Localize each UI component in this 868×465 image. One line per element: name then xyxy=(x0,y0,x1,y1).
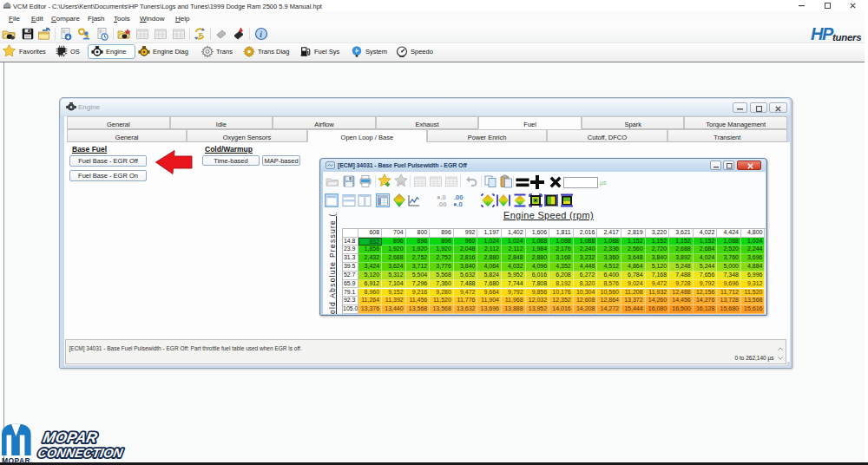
svg-text:.00: .00 xyxy=(437,200,446,207)
svg-text:●.0: ●.0 xyxy=(453,200,463,207)
svg-text:CONNECTION: CONNECTION xyxy=(36,446,124,460)
svg-text:F: F xyxy=(199,31,203,39)
svg-text:MOPAR.: MOPAR. xyxy=(2,456,33,465)
svg-text:MOPAR: MOPAR xyxy=(42,429,99,446)
svg-text:i: i xyxy=(260,30,262,39)
